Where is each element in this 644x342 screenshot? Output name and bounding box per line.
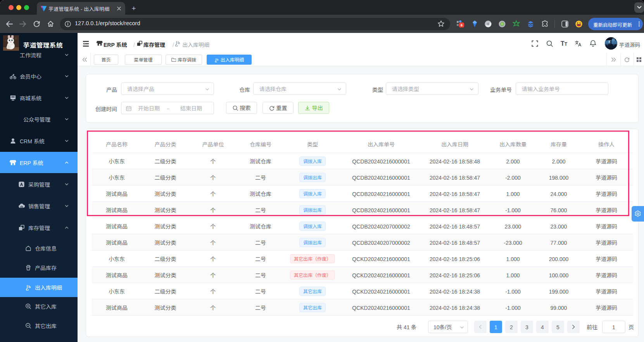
svg-text:文: 文 xyxy=(608,40,611,43)
svg-text:6: 6 xyxy=(461,23,463,27)
